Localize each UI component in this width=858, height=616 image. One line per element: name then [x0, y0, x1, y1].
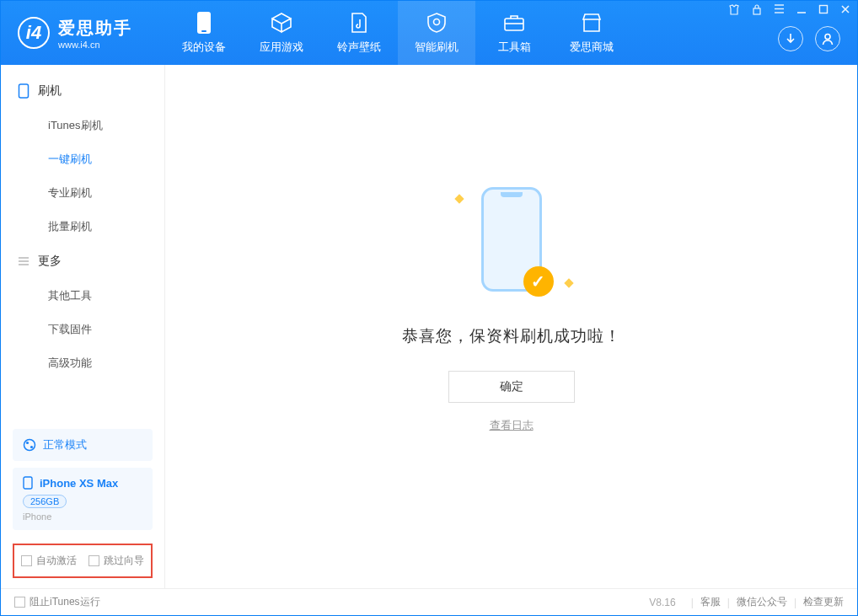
sidebar-item-download-firmware[interactable]: 下载固件 [1, 313, 164, 346]
device-mode-card[interactable]: 正常模式 [13, 429, 153, 461]
view-log-link[interactable]: 查看日志 [490, 418, 534, 433]
nav-tab-label: 工具箱 [498, 40, 531, 55]
music-file-icon [347, 11, 371, 35]
svg-point-19 [26, 442, 29, 444]
sidebar-item-pro-flash[interactable]: 专业刷机 [1, 176, 164, 210]
nav-tab-smart-flash[interactable]: 智能刷机 [398, 1, 475, 65]
svg-rect-1 [201, 30, 206, 32]
toolbox-icon [502, 11, 526, 35]
svg-rect-3 [505, 19, 523, 30]
sidebar: 刷机 iTunes刷机 一键刷机 专业刷机 批量刷机 更多 其他工具 下载固件 … [1, 65, 165, 588]
nav-tab-label: 我的设备 [182, 40, 226, 55]
maximize-button[interactable] [818, 4, 829, 15]
logo-icon: i4 [18, 17, 50, 49]
version-label: V8.16 [649, 597, 675, 608]
check-badge-icon: ✓ [523, 266, 554, 297]
device-name: iPhone XS Max [40, 477, 118, 490]
checkbox-label: 跳过向导 [104, 554, 144, 568]
svg-point-2 [434, 19, 440, 25]
sparkle-icon [564, 278, 573, 287]
sidebar-group-title: 刷机 [38, 83, 62, 99]
gear-shield-icon [425, 11, 448, 35]
success-title: 恭喜您，保资料刷机成功啦！ [402, 325, 621, 347]
svg-rect-14 [19, 84, 29, 98]
app-window: i4 爱思助手 www.i4.cn 我的设备 应用游戏 [0, 0, 858, 616]
cube-icon [270, 11, 293, 35]
app-url: www.i4.cn [58, 40, 132, 50]
sidebar-group-title: 更多 [38, 254, 62, 269]
checkbox-label: 阻止iTunes运行 [29, 595, 100, 609]
device-storage: 256GB [23, 495, 67, 508]
nav-tab-apps-games[interactable]: 应用游戏 [243, 1, 320, 65]
svg-point-18 [24, 440, 35, 451]
block-itunes-checkbox[interactable]: 阻止iTunes运行 [14, 595, 100, 609]
main-content: ✓ 恭喜您，保资料刷机成功啦！ 确定 查看日志 [165, 65, 857, 588]
svg-rect-11 [820, 6, 828, 13]
nav-tabs: 我的设备 应用游戏 铃声壁纸 智能刷机 [165, 1, 630, 65]
minimize-button[interactable] [796, 4, 807, 15]
close-button[interactable] [840, 4, 850, 15]
body: 刷机 iTunes刷机 一键刷机 专业刷机 批量刷机 更多 其他工具 下载固件 … [1, 65, 857, 588]
checkbox-label: 自动激活 [36, 554, 77, 568]
checkbox-icon [88, 555, 99, 566]
sidebar-group-flash[interactable]: 刷机 [1, 73, 164, 109]
ok-button[interactable]: 确定 [448, 371, 575, 403]
status-link-support[interactable]: 客服 [700, 595, 721, 609]
status-link-update[interactable]: 检查更新 [803, 595, 844, 609]
mode-icon [23, 438, 36, 452]
sidebar-item-advanced[interactable]: 高级功能 [1, 346, 164, 380]
lock-icon[interactable] [752, 4, 762, 15]
menu-icon [18, 256, 29, 266]
svg-point-20 [30, 446, 33, 448]
shirt-icon[interactable] [728, 4, 740, 15]
titlebar: i4 爱思助手 www.i4.cn 我的设备 应用游戏 [1, 1, 857, 65]
checkbox-icon [14, 597, 25, 608]
device-mode-label: 正常模式 [43, 437, 87, 453]
sidebar-item-other-tools[interactable]: 其他工具 [1, 279, 164, 313]
sidebar-group-more[interactable]: 更多 [1, 244, 164, 279]
nav-tab-store[interactable]: 爱思商城 [553, 1, 630, 65]
device-icon [192, 11, 216, 35]
phone-icon [18, 83, 29, 99]
device-type: iPhone [23, 512, 142, 522]
statusbar: 阻止iTunes运行 V8.16 | 客服 | 微信公众号 | 检查更新 [1, 588, 857, 615]
store-icon [580, 11, 603, 35]
checkbox-icon [21, 555, 32, 566]
sidebar-item-oneclick-flash[interactable]: 一键刷机 [1, 142, 164, 176]
device-info-card[interactable]: iPhone XS Max 256GB iPhone [13, 468, 153, 530]
nav-tab-label: 铃声壁纸 [337, 40, 381, 55]
app-title: 爱思助手 [58, 17, 132, 40]
nav-tab-label: 爱思商城 [570, 40, 614, 55]
svg-rect-6 [753, 8, 760, 14]
window-controls [728, 4, 850, 15]
nav-tab-my-device[interactable]: 我的设备 [165, 1, 243, 65]
skip-guide-checkbox[interactable]: 跳过向导 [88, 554, 144, 568]
nav-tab-label: 智能刷机 [415, 40, 458, 55]
nav-tab-ringtone-wallpaper[interactable]: 铃声壁纸 [320, 1, 398, 65]
header-right-icons [778, 26, 840, 51]
sparkle-icon [454, 194, 464, 203]
success-illustration: ✓ [481, 187, 542, 292]
sidebar-item-batch-flash[interactable]: 批量刷机 [1, 210, 164, 244]
phone-icon [23, 476, 33, 490]
user-button[interactable] [815, 26, 840, 51]
status-link-wechat[interactable]: 微信公众号 [737, 595, 787, 609]
nav-tab-label: 应用游戏 [260, 40, 303, 55]
logo-section: i4 爱思助手 www.i4.cn [1, 17, 165, 50]
sidebar-item-itunes-flash[interactable]: iTunes刷机 [1, 109, 164, 142]
menu-icon[interactable] [774, 4, 785, 15]
svg-rect-21 [24, 477, 32, 489]
download-button[interactable] [778, 26, 803, 51]
flash-options-row: 自动激活 跳过向导 [13, 544, 153, 578]
nav-tab-toolbox[interactable]: 工具箱 [475, 1, 553, 65]
auto-activate-checkbox[interactable]: 自动激活 [21, 554, 77, 568]
svg-point-5 [825, 35, 830, 40]
